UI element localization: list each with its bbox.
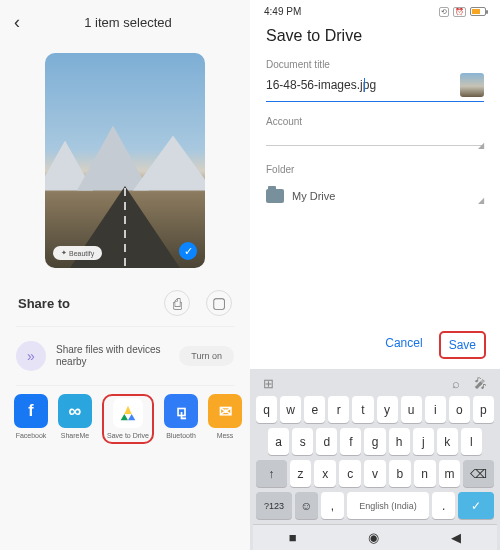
share-app-facebook[interactable]: f Facebook bbox=[14, 394, 48, 444]
print-icon[interactable]: ⎙ bbox=[164, 290, 190, 316]
photo-content bbox=[45, 126, 205, 191]
beautify-chip[interactable]: ✦ Beautify bbox=[53, 246, 102, 260]
app-label: Mess bbox=[217, 432, 234, 440]
status-icons: ⟲ ⏰ bbox=[439, 7, 486, 17]
key-a[interactable]: a bbox=[268, 428, 289, 455]
doc-title-label: Document title bbox=[266, 59, 484, 70]
rotate-icon: ⟲ bbox=[439, 7, 449, 17]
image-preview-area: ✦ Beautify ✓ bbox=[0, 45, 250, 276]
share-header-row: Share to ⎙ ▢ bbox=[0, 276, 250, 326]
folder-label: Folder bbox=[266, 164, 484, 175]
dropdown-icon: ◢ bbox=[478, 141, 484, 150]
selection-check-icon[interactable]: ✓ bbox=[179, 242, 197, 260]
key-k[interactable]: k bbox=[437, 428, 458, 455]
share-screen: ‹ 1 item selected ✦ Beautify ✓ Share to … bbox=[0, 0, 250, 550]
cast-icon[interactable]: ▢ bbox=[206, 290, 232, 316]
key-y[interactable]: y bbox=[377, 396, 398, 423]
share-app-row: f Facebook ∞ ShareMe Save to Drive ⚼ Blu… bbox=[0, 386, 250, 456]
key-shift[interactable]: ↑ bbox=[256, 460, 287, 487]
key-v[interactable]: v bbox=[364, 460, 386, 487]
key-f[interactable]: f bbox=[340, 428, 361, 455]
left-header: ‹ 1 item selected bbox=[0, 0, 250, 45]
key-backspace[interactable]: ⌫ bbox=[463, 460, 494, 487]
key-j[interactable]: j bbox=[413, 428, 434, 455]
facebook-icon: f bbox=[14, 394, 48, 428]
share-app-drive[interactable]: Save to Drive bbox=[106, 398, 150, 440]
alarm-icon: ⏰ bbox=[453, 7, 466, 17]
nearby-icon: » bbox=[16, 341, 46, 371]
key-comma[interactable]: , bbox=[321, 492, 344, 519]
key-m[interactable]: m bbox=[439, 460, 461, 487]
key-z[interactable]: z bbox=[290, 460, 312, 487]
keyboard-mic-icon[interactable]: 🎤︎ bbox=[474, 376, 487, 391]
text-cursor bbox=[364, 78, 365, 92]
sparkle-icon: ✦ bbox=[61, 249, 67, 257]
keyboard-apps-icon[interactable]: ⊞ bbox=[263, 376, 274, 391]
battery-icon bbox=[470, 7, 486, 16]
account-field[interactable]: Account ◢ bbox=[250, 116, 500, 164]
key-h[interactable]: h bbox=[389, 428, 410, 455]
dialog-actions: Cancel Save bbox=[250, 331, 500, 369]
keyboard-toolbar: ⊞ ⌕ 🎤︎ bbox=[253, 374, 497, 396]
key-s[interactable]: s bbox=[292, 428, 313, 455]
key-n[interactable]: n bbox=[414, 460, 436, 487]
doc-title-input[interactable]: 16-48-56-images.jpg bbox=[266, 78, 452, 93]
status-bar: 4:49 PM ⟲ ⏰ bbox=[250, 0, 500, 19]
save-button[interactable]: Save bbox=[439, 331, 486, 359]
turn-on-button[interactable]: Turn on bbox=[179, 346, 234, 366]
share-app-bluetooth[interactable]: ⚼ Bluetooth bbox=[164, 394, 198, 444]
keyboard-search-icon[interactable]: ⌕ bbox=[452, 376, 460, 391]
key-emoji[interactable]: ☺ bbox=[295, 492, 318, 519]
key-p[interactable]: p bbox=[473, 396, 494, 423]
key-r[interactable]: r bbox=[328, 396, 349, 423]
share-app-drive-highlighted: Save to Drive bbox=[102, 394, 154, 444]
doc-title-value: 16-48-56-images.jpg bbox=[266, 78, 376, 92]
key-i[interactable]: i bbox=[425, 396, 446, 423]
nearby-text: Share files with devices nearby bbox=[56, 344, 169, 368]
android-navbar: ■ ◉ ◀ bbox=[253, 524, 497, 550]
folder-field[interactable]: Folder My Drive ◢ bbox=[250, 164, 500, 219]
document-title-field: Document title 16-48-56-images.jpg bbox=[250, 59, 500, 116]
dropdown-icon: ◢ bbox=[478, 196, 484, 205]
app-label: Save to Drive bbox=[107, 432, 149, 440]
save-to-drive-screen: 4:49 PM ⟲ ⏰ Save to Drive Document title… bbox=[250, 0, 500, 550]
key-l[interactable]: l bbox=[461, 428, 482, 455]
share-app-shareme[interactable]: ∞ ShareMe bbox=[58, 394, 92, 444]
messenger-icon: ✉ bbox=[208, 394, 242, 428]
selected-photo[interactable]: ✦ Beautify ✓ bbox=[45, 53, 205, 268]
key-w[interactable]: w bbox=[280, 396, 301, 423]
app-label: Bluetooth bbox=[166, 432, 196, 440]
key-enter[interactable]: ✓ bbox=[458, 492, 494, 519]
key-e[interactable]: e bbox=[304, 396, 325, 423]
keyboard: ⊞ ⌕ 🎤︎ q w e r t y u i o p a s d f g h j bbox=[250, 369, 500, 550]
key-g[interactable]: g bbox=[364, 428, 385, 455]
key-q[interactable]: q bbox=[256, 396, 277, 423]
app-label: ShareMe bbox=[61, 432, 89, 440]
key-u[interactable]: u bbox=[401, 396, 422, 423]
bluetooth-icon: ⚼ bbox=[164, 394, 198, 428]
folder-icon bbox=[266, 189, 284, 203]
key-period[interactable]: . bbox=[432, 492, 455, 519]
selection-title: 1 item selected bbox=[20, 15, 236, 30]
key-space[interactable]: English (India) bbox=[347, 492, 429, 519]
key-x[interactable]: x bbox=[314, 460, 336, 487]
shareme-icon: ∞ bbox=[58, 394, 92, 428]
key-o[interactable]: o bbox=[449, 396, 470, 423]
doc-thumbnail bbox=[460, 73, 484, 97]
key-b[interactable]: b bbox=[389, 460, 411, 487]
nav-recent-icon[interactable]: ■ bbox=[289, 530, 297, 545]
keyboard-row-1: q w e r t y u i o p bbox=[253, 396, 497, 423]
beautify-label: Beautify bbox=[69, 250, 94, 257]
key-t[interactable]: t bbox=[352, 396, 373, 423]
app-label: Facebook bbox=[16, 432, 47, 440]
cancel-button[interactable]: Cancel bbox=[377, 331, 430, 359]
share-app-messenger[interactable]: ✉ Mess bbox=[208, 394, 242, 444]
nav-home-icon[interactable]: ◉ bbox=[368, 530, 379, 545]
keyboard-row-2: a s d f g h j k l bbox=[253, 428, 497, 455]
nav-back-icon[interactable]: ◀ bbox=[451, 530, 461, 545]
nearby-share-row: » Share files with devices nearby Turn o… bbox=[0, 327, 250, 385]
account-label: Account bbox=[266, 116, 484, 127]
key-d[interactable]: d bbox=[316, 428, 337, 455]
key-symbols[interactable]: ?123 bbox=[256, 492, 292, 519]
key-c[interactable]: c bbox=[339, 460, 361, 487]
